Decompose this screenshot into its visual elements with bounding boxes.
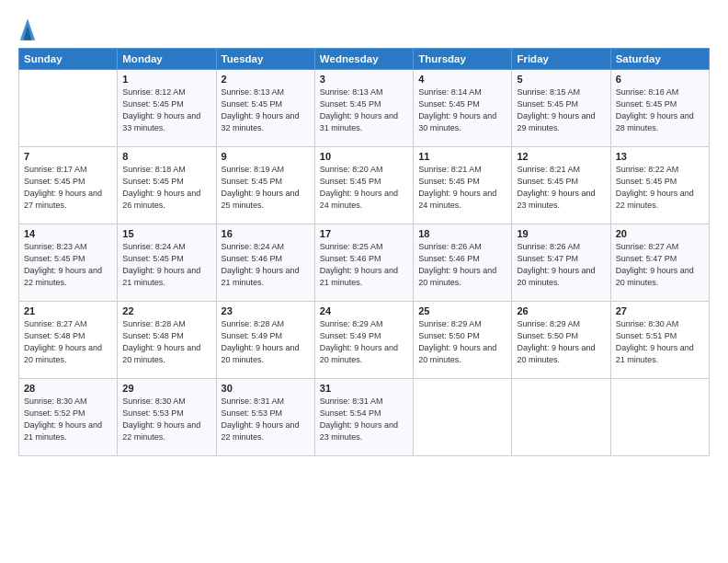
calendar-cell: 21Sunrise: 8:27 AMSunset: 5:48 PMDayligh… <box>19 302 118 379</box>
day-info: Sunrise: 8:13 AMSunset: 5:45 PMDaylight:… <box>320 86 408 134</box>
day-number: 29 <box>122 383 210 394</box>
calendar-cell: 13Sunrise: 8:22 AMSunset: 5:45 PMDayligh… <box>610 147 709 224</box>
day-info: Sunrise: 8:27 AMSunset: 5:48 PMDaylight:… <box>24 318 112 366</box>
day-info: Sunrise: 8:26 AMSunset: 5:47 PMDaylight:… <box>517 241 605 289</box>
week-row-5: 28Sunrise: 8:30 AMSunset: 5:52 PMDayligh… <box>19 379 710 456</box>
calendar-cell: 3Sunrise: 8:13 AMSunset: 5:45 PMDaylight… <box>314 70 413 147</box>
calendar-cell <box>512 379 610 456</box>
week-row-1: 1Sunrise: 8:12 AMSunset: 5:45 PMDaylight… <box>19 70 710 147</box>
calendar-cell: 10Sunrise: 8:20 AMSunset: 5:45 PMDayligh… <box>314 147 413 224</box>
day-info: Sunrise: 8:18 AMSunset: 5:45 PMDaylight:… <box>122 164 210 212</box>
day-info: Sunrise: 8:13 AMSunset: 5:45 PMDaylight:… <box>222 86 310 134</box>
calendar-cell <box>414 379 512 456</box>
day-info: Sunrise: 8:17 AMSunset: 5:45 PMDaylight:… <box>24 164 112 212</box>
day-info: Sunrise: 8:22 AMSunset: 5:45 PMDaylight:… <box>616 164 704 212</box>
col-header-sunday: Sunday <box>19 49 118 70</box>
calendar-cell: 28Sunrise: 8:30 AMSunset: 5:52 PMDayligh… <box>19 379 118 456</box>
day-info: Sunrise: 8:30 AMSunset: 5:51 PMDaylight:… <box>616 318 704 366</box>
day-info: Sunrise: 8:27 AMSunset: 5:47 PMDaylight:… <box>616 241 704 289</box>
header-row: SundayMondayTuesdayWednesdayThursdayFrid… <box>19 49 710 70</box>
col-header-saturday: Saturday <box>610 49 709 70</box>
col-header-thursday: Thursday <box>414 49 512 70</box>
calendar-cell: 24Sunrise: 8:29 AMSunset: 5:49 PMDayligh… <box>314 302 413 379</box>
calendar-cell: 17Sunrise: 8:25 AMSunset: 5:46 PMDayligh… <box>314 224 413 302</box>
calendar-cell: 14Sunrise: 8:23 AMSunset: 5:45 PMDayligh… <box>19 224 118 302</box>
calendar-cell: 6Sunrise: 8:16 AMSunset: 5:45 PMDaylight… <box>610 70 709 147</box>
col-header-wednesday: Wednesday <box>314 49 413 70</box>
calendar-cell: 19Sunrise: 8:26 AMSunset: 5:47 PMDayligh… <box>512 224 610 302</box>
calendar-cell: 5Sunrise: 8:15 AMSunset: 5:45 PMDaylight… <box>512 70 610 147</box>
calendar-cell: 31Sunrise: 8:31 AMSunset: 5:54 PMDayligh… <box>314 379 413 456</box>
week-row-3: 14Sunrise: 8:23 AMSunset: 5:45 PMDayligh… <box>19 224 710 302</box>
day-number: 17 <box>320 228 408 239</box>
day-info: Sunrise: 8:19 AMSunset: 5:45 PMDaylight:… <box>222 164 310 212</box>
calendar-cell: 23Sunrise: 8:28 AMSunset: 5:49 PMDayligh… <box>216 302 314 379</box>
day-info: Sunrise: 8:25 AMSunset: 5:46 PMDaylight:… <box>320 241 408 289</box>
day-number: 22 <box>122 305 210 316</box>
day-number: 8 <box>122 151 210 162</box>
col-header-monday: Monday <box>118 49 216 70</box>
day-info: Sunrise: 8:29 AMSunset: 5:49 PMDaylight:… <box>320 318 408 366</box>
calendar-cell: 7Sunrise: 8:17 AMSunset: 5:45 PMDaylight… <box>19 147 118 224</box>
day-number: 7 <box>24 151 112 162</box>
day-info: Sunrise: 8:24 AMSunset: 5:45 PMDaylight:… <box>122 241 210 289</box>
week-row-4: 21Sunrise: 8:27 AMSunset: 5:48 PMDayligh… <box>19 302 710 379</box>
day-info: Sunrise: 8:21 AMSunset: 5:45 PMDaylight:… <box>517 164 605 212</box>
day-info: Sunrise: 8:29 AMSunset: 5:50 PMDaylight:… <box>517 318 605 366</box>
calendar-cell: 16Sunrise: 8:24 AMSunset: 5:46 PMDayligh… <box>216 224 314 302</box>
day-number: 24 <box>320 305 408 316</box>
day-number: 31 <box>320 383 408 394</box>
day-number: 15 <box>122 228 210 239</box>
day-number: 6 <box>616 74 704 85</box>
calendar-cell <box>610 379 709 456</box>
day-number: 30 <box>222 383 310 394</box>
day-info: Sunrise: 8:23 AMSunset: 5:45 PMDaylight:… <box>24 241 112 289</box>
day-info: Sunrise: 8:14 AMSunset: 5:45 PMDaylight:… <box>418 86 506 134</box>
day-number: 21 <box>24 305 112 316</box>
day-number: 19 <box>517 228 605 239</box>
calendar-cell: 11Sunrise: 8:21 AMSunset: 5:45 PMDayligh… <box>414 147 512 224</box>
day-number: 13 <box>616 151 704 162</box>
day-info: Sunrise: 8:24 AMSunset: 5:46 PMDaylight:… <box>222 241 310 289</box>
calendar-cell: 20Sunrise: 8:27 AMSunset: 5:47 PMDayligh… <box>610 224 709 302</box>
day-info: Sunrise: 8:30 AMSunset: 5:52 PMDaylight:… <box>24 396 112 443</box>
day-number: 27 <box>616 305 704 316</box>
day-number: 1 <box>122 74 210 85</box>
day-info: Sunrise: 8:26 AMSunset: 5:46 PMDaylight:… <box>418 241 506 289</box>
page: SundayMondayTuesdayWednesdayThursdayFrid… <box>0 0 728 563</box>
col-header-friday: Friday <box>512 49 610 70</box>
day-number: 10 <box>320 151 408 162</box>
calendar-table: SundayMondayTuesdayWednesdayThursdayFrid… <box>18 48 710 456</box>
calendar-cell: 4Sunrise: 8:14 AMSunset: 5:45 PMDaylight… <box>414 70 512 147</box>
calendar-cell: 22Sunrise: 8:28 AMSunset: 5:48 PMDayligh… <box>118 302 216 379</box>
calendar-cell: 1Sunrise: 8:12 AMSunset: 5:45 PMDaylight… <box>118 70 216 147</box>
day-number: 3 <box>320 74 408 85</box>
day-info: Sunrise: 8:28 AMSunset: 5:49 PMDaylight:… <box>222 318 310 366</box>
day-number: 2 <box>222 74 310 85</box>
day-number: 5 <box>517 74 605 85</box>
day-number: 20 <box>616 228 704 239</box>
logo-icon <box>18 17 37 42</box>
day-number: 16 <box>222 228 310 239</box>
day-info: Sunrise: 8:15 AMSunset: 5:45 PMDaylight:… <box>517 86 605 134</box>
day-number: 4 <box>418 74 506 85</box>
day-info: Sunrise: 8:30 AMSunset: 5:53 PMDaylight:… <box>122 396 210 443</box>
day-number: 23 <box>222 305 310 316</box>
calendar-cell: 27Sunrise: 8:30 AMSunset: 5:51 PMDayligh… <box>610 302 709 379</box>
day-info: Sunrise: 8:31 AMSunset: 5:54 PMDaylight:… <box>320 396 408 443</box>
day-info: Sunrise: 8:16 AMSunset: 5:45 PMDaylight:… <box>616 86 704 134</box>
day-number: 9 <box>222 151 310 162</box>
day-info: Sunrise: 8:31 AMSunset: 5:53 PMDaylight:… <box>222 396 310 443</box>
day-number: 28 <box>24 383 112 394</box>
week-row-2: 7Sunrise: 8:17 AMSunset: 5:45 PMDaylight… <box>19 147 710 224</box>
day-number: 25 <box>418 305 506 316</box>
header <box>18 17 710 42</box>
logo <box>18 17 40 42</box>
calendar-cell <box>19 70 118 147</box>
day-number: 26 <box>517 305 605 316</box>
day-info: Sunrise: 8:21 AMSunset: 5:45 PMDaylight:… <box>418 164 506 212</box>
calendar-cell: 30Sunrise: 8:31 AMSunset: 5:53 PMDayligh… <box>216 379 314 456</box>
calendar-cell: 2Sunrise: 8:13 AMSunset: 5:45 PMDaylight… <box>216 70 314 147</box>
calendar-cell: 9Sunrise: 8:19 AMSunset: 5:45 PMDaylight… <box>216 147 314 224</box>
day-number: 11 <box>418 151 506 162</box>
